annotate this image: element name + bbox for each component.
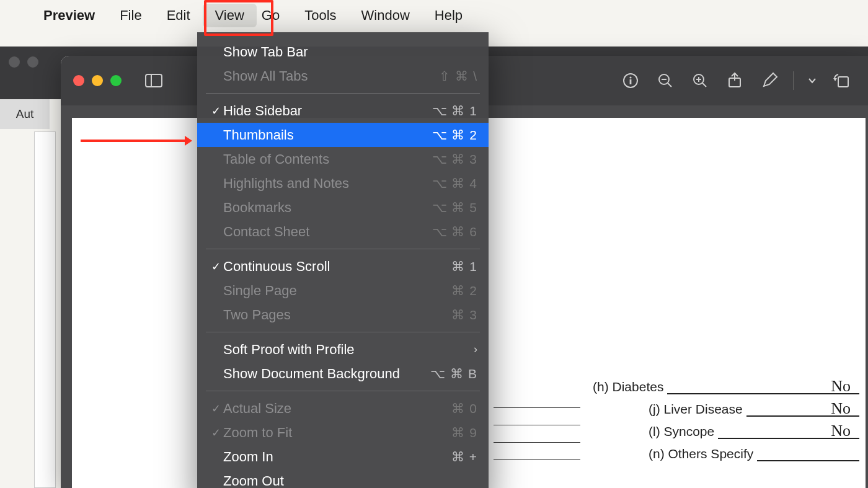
menu-item-label: Bookmarks — [223, 200, 432, 216]
menu-item-label: Highlights and Notes — [223, 175, 432, 192]
menu-item-shortcut: ⌥ ⌘ 2 — [432, 128, 477, 143]
svg-line-8 — [668, 83, 671, 87]
info-icon[interactable] — [617, 67, 644, 94]
menu-tools[interactable]: Tools — [292, 4, 348, 27]
menu-item-shortcut: ⌘ 0 — [451, 401, 477, 416]
svg-marker-17 — [833, 78, 837, 81]
form-row-liver: (j) Liver Disease No — [593, 394, 859, 417]
menu-item-shortcut: ⌘ + — [451, 450, 477, 464]
menu-item-label: Zoom In — [223, 449, 451, 465]
svg-rect-2 — [146, 74, 162, 87]
menu-item-label: Zoom Out — [223, 473, 477, 489]
menu-item-thumbnails[interactable]: Thumbnails⌥ ⌘ 2 — [197, 123, 489, 147]
markup-pencil-icon[interactable] — [756, 67, 783, 94]
background-window-page — [34, 131, 56, 488]
menu-item-label: Show All Tabs — [223, 68, 439, 84]
menu-item-label: Single Page — [223, 283, 451, 299]
menu-item-label: Two Pages — [223, 307, 451, 323]
handwritten-value: No — [831, 377, 851, 396]
menu-item-label: Actual Size — [223, 401, 451, 417]
menu-item-continuous-scroll[interactable]: ✓Continuous Scroll⌘ 1 — [197, 254, 489, 278]
menu-item-shortcut: ⌥ ⌘ 4 — [432, 176, 477, 191]
checkmark-icon: ✓ — [208, 260, 223, 273]
handwritten-value: No — [831, 422, 851, 440]
markup-dropdown-chevron-icon[interactable] — [804, 67, 821, 94]
menu-item-show-all-tabs: Show All Tabs⇧ ⌘ \ — [197, 64, 489, 88]
checkmark-icon: ✓ — [208, 426, 223, 440]
checkmark-icon: ✓ — [208, 104, 223, 118]
menu-item-shortcut: ⌘ 1 — [451, 259, 477, 274]
svg-rect-6 — [630, 79, 632, 84]
medical-form-section: (h) Diabetes No (j) Liver Disease No (l)… — [593, 372, 859, 461]
menu-item-zoom-to-fit: ✓Zoom to Fit⌘ 9 — [197, 420, 489, 445]
zoom-out-icon[interactable] — [652, 67, 679, 94]
svg-rect-16 — [838, 77, 848, 87]
menu-item-highlights-and-notes: Highlights and Notes⌥ ⌘ 4 — [197, 171, 489, 195]
menu-item-label: Show Document Background — [223, 366, 430, 382]
close-window-button[interactable] — [73, 75, 84, 86]
menu-item-show-document-background[interactable]: Show Document Background⌥ ⌘ B — [197, 362, 489, 386]
background-window-tab[interactable]: Aut — [0, 99, 50, 129]
menu-item-label: Table of Contents — [223, 151, 432, 167]
menu-help[interactable]: Help — [422, 4, 475, 27]
sidebar-toggle-icon[interactable] — [140, 67, 167, 94]
zoom-in-icon[interactable] — [686, 67, 714, 94]
menu-item-label: Thumbnails — [223, 127, 432, 143]
menu-item-shortcut: ⌘ 9 — [451, 425, 477, 440]
mac-menubar: Preview File Edit View Go Tools Window H… — [0, 0, 868, 31]
menu-go[interactable]: Go — [257, 4, 292, 27]
menu-edit[interactable]: Edit — [154, 4, 203, 27]
form-row-diabetes: (h) Diabetes No — [593, 372, 859, 394]
menu-item-shortcut: ⌥ ⌘ 6 — [432, 224, 477, 239]
menu-item-zoom-out[interactable]: Zoom Out — [197, 469, 489, 488]
menu-item-shortcut: ⌥ ⌘ 5 — [432, 200, 477, 215]
menu-item-table-of-contents: Table of Contents⌥ ⌘ 3 — [197, 147, 489, 171]
menu-item-soft-proof-with-profile[interactable]: Soft Proof with Profile› — [197, 337, 489, 362]
menu-item-label: Show Tab Bar — [223, 44, 477, 60]
toolbar-separator — [793, 71, 794, 90]
menu-file[interactable]: File — [107, 4, 154, 27]
menu-item-actual-size: ✓Actual Size⌘ 0 — [197, 396, 489, 420]
menu-window[interactable]: Window — [349, 4, 422, 27]
form-row-others: (n) Others Specify — [593, 439, 859, 461]
menu-item-single-page: Single Page⌘ 2 — [197, 278, 489, 303]
view-dropdown-menu: Show Tab BarShow All Tabs⇧ ⌘ \✓Hide Side… — [197, 32, 489, 488]
rotate-icon[interactable] — [828, 67, 856, 94]
menu-item-label: Hide Sidebar — [223, 103, 432, 119]
menu-item-shortcut: ⌘ 2 — [451, 283, 477, 298]
handwritten-value: No — [831, 399, 851, 418]
menu-item-bookmarks: Bookmarks⌥ ⌘ 5 — [197, 195, 489, 220]
menu-item-two-pages: Two Pages⌘ 3 — [197, 303, 489, 327]
zoom-window-button[interactable] — [110, 75, 122, 86]
menu-item-shortcut: ⇧ ⌘ \ — [439, 69, 477, 84]
app-menu[interactable]: Preview — [31, 4, 107, 27]
minimize-window-button[interactable] — [92, 75, 103, 86]
menu-item-shortcut: ⌘ 3 — [451, 308, 477, 322]
menu-item-label: Contact Sheet — [223, 224, 432, 240]
form-row-syncope: (l) Syncope No — [593, 417, 859, 439]
svg-line-11 — [702, 83, 706, 87]
menu-item-contact-sheet: Contact Sheet⌥ ⌘ 6 — [197, 220, 489, 244]
window-traffic-lights — [73, 75, 122, 86]
menu-view[interactable]: View — [203, 4, 257, 27]
menu-item-label: Soft Proof with Profile — [223, 342, 467, 358]
menu-item-zoom-in[interactable]: Zoom In⌘ + — [197, 445, 489, 469]
checkmark-icon: ✓ — [208, 402, 223, 415]
menu-item-shortcut: ⌥ ⌘ 3 — [432, 152, 477, 167]
menu-item-shortcut: ⌥ ⌘ B — [430, 366, 477, 381]
share-icon[interactable] — [721, 67, 748, 94]
svg-point-5 — [629, 76, 631, 78]
menu-item-label: Continuous Scroll — [223, 259, 451, 275]
menu-item-hide-sidebar[interactable]: ✓Hide Sidebar⌥ ⌘ 1 — [197, 99, 489, 123]
chevron-right-icon: › — [467, 343, 477, 356]
menu-item-shortcut: ⌥ ⌘ 1 — [432, 104, 477, 118]
menu-item-label: Zoom to Fit — [223, 425, 451, 441]
menu-item-show-tab-bar[interactable]: Show Tab Bar — [197, 40, 489, 64]
form-left-blank-lines — [494, 391, 580, 460]
